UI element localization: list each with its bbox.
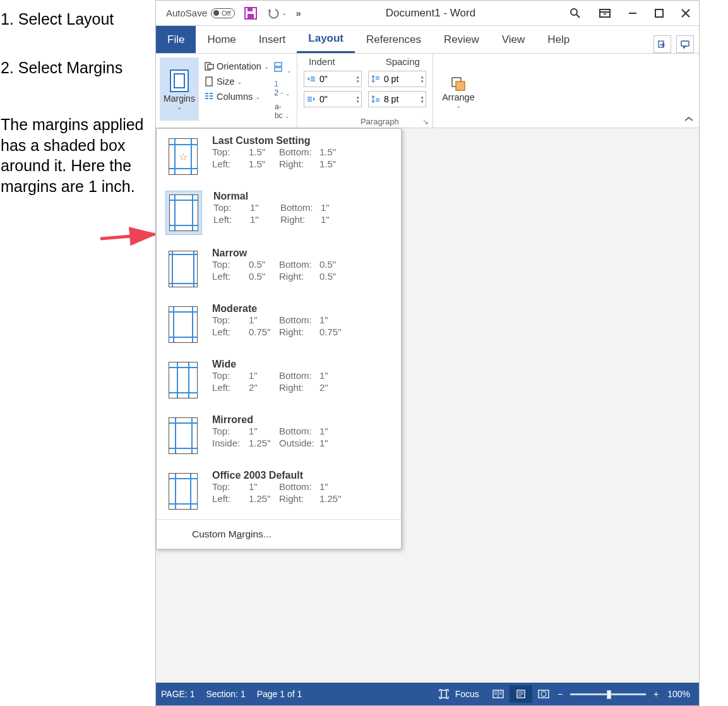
autosave-dot-icon — [213, 10, 219, 16]
more-qat-icon[interactable]: » — [296, 8, 301, 18]
status-section[interactable]: Section: 1 — [206, 689, 245, 699]
spacing-group-label: Spacing — [386, 56, 420, 67]
tab-help[interactable]: Help — [536, 26, 581, 53]
orientation-button[interactable]: Orientation ⌄ — [204, 61, 269, 71]
tab-home[interactable]: Home — [196, 26, 247, 53]
margin-option-values: Top:1"Bottom:1" Left:1.25"Right:1.25" — [212, 481, 393, 504]
columns-button[interactable]: Columns ⌄ — [204, 92, 269, 102]
step2-text: 2. Select Margins — [1, 57, 150, 78]
svg-point-4 — [571, 9, 577, 15]
svg-rect-38 — [456, 81, 465, 90]
margin-option-title: Moderate — [212, 303, 393, 314]
indent-left-input[interactable]: ▴▾ — [304, 71, 362, 87]
margin-option-title: Office 2003 Default — [212, 470, 393, 481]
margin-option-moderate[interactable]: Moderate Top:1"Bottom:1" Left:0.75"Right… — [157, 297, 401, 352]
collapse-ribbon-icon[interactable] — [684, 114, 694, 125]
margins-button[interactable]: Margins ⌄ — [160, 57, 199, 121]
custom-margins-button[interactable]: Custom Margins... — [157, 520, 401, 549]
autosave-state: Off — [222, 9, 230, 17]
spacing-before-input[interactable]: ▴▾ — [368, 71, 426, 87]
margins-icon — [169, 68, 190, 93]
svg-rect-6 — [600, 9, 610, 17]
margin-option-values: Top:0.5"Bottom:0.5" Left:0.5"Right:0.5" — [212, 259, 393, 282]
share-button[interactable] — [653, 35, 671, 53]
size-button[interactable]: Size ⌄ — [204, 76, 269, 87]
print-layout-button[interactable] — [510, 685, 532, 703]
status-page[interactable]: PAGE: 1 — [161, 689, 194, 699]
spacing-after-input[interactable]: ▴▾ — [368, 91, 426, 107]
autosave-label: AutoSave — [166, 8, 207, 18]
svg-rect-2 — [248, 14, 254, 18]
save-icon[interactable] — [244, 7, 257, 20]
tab-file[interactable]: File — [156, 26, 196, 53]
margin-option-title: Normal — [213, 191, 393, 202]
paragraph-launcher-icon[interactable]: ↘ — [422, 117, 429, 126]
svg-rect-13 — [681, 41, 689, 46]
comments-button[interactable] — [676, 35, 694, 53]
margin-option-wide[interactable]: Wide Top:1"Bottom:1" Left:2"Right:2" — [157, 352, 401, 408]
titlebar: AutoSave Off ⌄ » Document1 - Word — [156, 1, 699, 26]
ribbon-tabs: File Home Insert Layout References Revie… — [156, 26, 699, 54]
minimize-button[interactable] — [619, 1, 646, 26]
web-layout-button[interactable] — [532, 685, 555, 703]
svg-rect-17 — [208, 64, 213, 69]
document-title: Document1 - Word — [301, 7, 560, 20]
zoom-in-button[interactable]: + — [653, 689, 659, 699]
spacing-before-icon — [369, 75, 383, 83]
arrange-icon — [450, 76, 467, 92]
undo-icon[interactable] — [266, 7, 280, 20]
word-application-window: AutoSave Off ⌄ » Document1 - Word File H… — [155, 0, 700, 706]
chevron-down-icon: ⌄ — [177, 104, 182, 111]
margin-option-values: Top:1"Bottom:1" Left:1"Right:1" — [213, 202, 393, 225]
margin-option-title: Narrow — [212, 248, 393, 259]
margin-option-title: Mirrored — [212, 414, 393, 426]
zoom-slider[interactable] — [570, 693, 646, 695]
line-numbers-button[interactable]: 12 - ⌄ — [274, 80, 290, 97]
breaks-button[interactable]: ⌄ — [273, 61, 292, 75]
margin-option-office-2003-default[interactable]: Office 2003 Default Top:1"Bottom:1" Left… — [157, 464, 401, 519]
undo-dropdown-icon[interactable]: ⌄ — [282, 9, 287, 16]
margin-option-mirrored[interactable]: Mirrored Top:1"Bottom:1" Inside:1.25"Out… — [157, 408, 401, 464]
tab-references[interactable]: References — [355, 26, 433, 53]
svg-rect-9 — [655, 9, 663, 17]
explanation-text: The margins applied has a shaded box aro… — [1, 114, 150, 196]
margin-option-normal[interactable]: Normal Top:1"Bottom:1" Left:1"Right:1" — [157, 184, 401, 241]
orientation-label: Orientation — [217, 61, 261, 71]
ribbon-layout: Margins ⌄ Orientation ⌄ Size ⌄ Columns ⌄… — [156, 54, 699, 128]
margin-thumb-icon — [169, 473, 198, 510]
maximize-button[interactable] — [646, 1, 672, 26]
svg-rect-18 — [206, 77, 212, 86]
margin-option-last-custom-setting[interactable]: ☆ Last Custom Setting Top:1.5"Bottom:1.5… — [157, 129, 401, 184]
arrange-group[interactable]: Arrange ⌄ — [433, 54, 484, 128]
margin-thumb-icon — [169, 417, 198, 454]
arrange-label: Arrange — [442, 92, 475, 102]
svg-rect-26 — [275, 68, 282, 71]
zoom-out-button[interactable]: − — [558, 689, 563, 699]
tab-layout[interactable]: Layout — [297, 26, 355, 53]
zoom-value[interactable]: 100% — [667, 689, 690, 699]
indent-left-icon — [304, 75, 318, 83]
status-page-of[interactable]: Page 1 of 1 — [257, 689, 302, 699]
margin-option-values: Top:1.5"Bottom:1.5" Left:1.5"Right:1.5" — [212, 147, 393, 169]
focus-label[interactable]: Focus — [455, 689, 479, 699]
tab-insert[interactable]: Insert — [248, 26, 297, 53]
search-icon[interactable] — [570, 8, 581, 19]
svg-line-5 — [576, 15, 580, 18]
margin-option-title: Last Custom Setting — [212, 135, 393, 147]
tab-view[interactable]: View — [491, 26, 537, 53]
svg-point-51 — [541, 691, 546, 697]
status-bar: PAGE: 1 Section: 1 Page 1 of 1 Focus − +… — [156, 683, 699, 705]
tab-review[interactable]: Review — [433, 26, 491, 53]
svg-rect-3 — [248, 8, 253, 11]
margin-option-narrow[interactable]: Narrow Top:0.5"Bottom:0.5" Left:0.5"Righ… — [157, 241, 401, 297]
margin-option-values: Top:1"Bottom:1" Left:2"Right:2" — [212, 370, 393, 393]
svg-rect-25 — [275, 63, 282, 66]
read-mode-button[interactable] — [487, 685, 510, 703]
autosave-toggle[interactable]: Off — [211, 8, 234, 18]
focus-mode-button[interactable] — [433, 685, 455, 703]
ribbon-display-icon[interactable] — [599, 8, 611, 19]
margins-dropdown: ☆ Last Custom Setting Top:1.5"Bottom:1.5… — [156, 128, 402, 549]
close-button[interactable] — [672, 1, 699, 26]
indent-right-input[interactable]: ▴▾ — [304, 91, 362, 107]
hyphenation-button[interactable]: a-bc ⌄ — [275, 102, 290, 120]
